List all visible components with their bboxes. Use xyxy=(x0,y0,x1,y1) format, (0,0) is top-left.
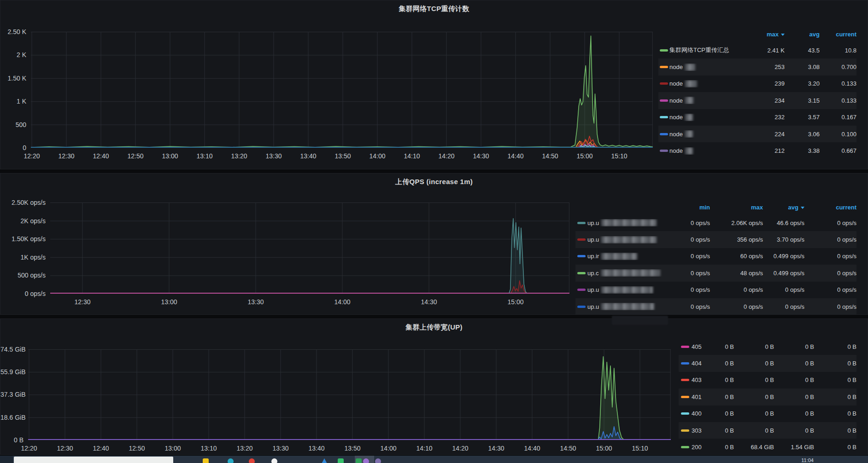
series-name[interactable]: up.u xyxy=(587,286,664,294)
x-axis-tick: 15:00 xyxy=(566,152,603,160)
y-axis-tick: 1K ops/s xyxy=(0,254,46,261)
x-axis-tick: 15:00 xyxy=(586,445,622,452)
legend-value: 0 ops/s xyxy=(664,220,710,226)
green-app-icon-2[interactable] xyxy=(356,458,362,463)
purple-app-icon-2[interactable] xyxy=(375,458,381,463)
series-name[interactable]: node xyxy=(669,147,743,155)
red-app-icon[interactable] xyxy=(249,458,255,463)
timeseries-chart[interactable] xyxy=(50,203,569,294)
legend-row[interactable]: node2343.150.133 xyxy=(658,92,856,109)
series-name[interactable]: 200 xyxy=(692,444,712,451)
legend-value: 48 ops/s xyxy=(710,270,763,277)
x-axis-tick: 15:00 xyxy=(497,298,534,306)
legend-value: 0 ops/s xyxy=(664,236,710,243)
legend-value: 0.100 xyxy=(820,131,856,138)
blue-app-icon[interactable] xyxy=(321,458,328,463)
legend-row[interactable]: 4000 B0 B0 B0 B xyxy=(679,405,856,422)
series-name[interactable]: 集群网络TCP重传汇总 xyxy=(669,46,743,54)
legend-value: 3.38 xyxy=(785,147,820,154)
legend-column-header-current[interactable]: current xyxy=(820,31,856,38)
legend-row[interactable]: 4050 B0 B0 B0 B xyxy=(679,343,856,355)
legend-column-header-avg[interactable]: avg xyxy=(763,204,804,211)
legend-column-header-max[interactable]: max xyxy=(743,31,785,38)
legend-column-header-current[interactable]: current xyxy=(804,204,856,211)
series-name[interactable]: up.ir xyxy=(587,253,664,260)
legend-row[interactable]: 2000 B68.4 GiB1.54 GiB0 B xyxy=(679,439,856,451)
x-axis-tick: 14:30 xyxy=(463,152,499,160)
legend-value: 60 ops/s xyxy=(710,253,763,260)
series-name[interactable]: up.c xyxy=(587,269,664,277)
series-name[interactable]: up.u xyxy=(587,303,664,310)
legend-row[interactable]: 集群网络TCP重传汇总2.41 K43.510.8 xyxy=(658,42,856,58)
legend-table: minmaxavgcurrentup.u0 ops/s2.06K ops/s46… xyxy=(575,200,856,315)
legend-row[interactable]: 3030 B0 B0 B0 B xyxy=(679,422,856,439)
series-name[interactable]: 404 xyxy=(692,360,712,367)
legend-row[interactable]: up.u0 ops/s0 ops/s0 ops/s0 ops/s xyxy=(575,282,856,298)
taskbar-clock[interactable]: 11:04 xyxy=(801,457,814,463)
legend-row[interactable]: up.u0 ops/s2.06K ops/s46.6 ops/s0 ops/s xyxy=(575,214,856,231)
y-axis-tick: 55.9 GiB xyxy=(0,368,23,376)
legend-value: 234 xyxy=(743,97,785,104)
y-axis-tick: 18.6 GiB xyxy=(0,414,23,421)
series-name[interactable]: node xyxy=(669,130,743,138)
series-name[interactable]: node xyxy=(669,97,743,104)
legend-row[interactable]: 4030 B0 B0 B0 B xyxy=(679,372,856,388)
timeseries-chart[interactable] xyxy=(31,32,653,148)
legend-row[interactable]: up.u0 ops/s356 ops/s3.70 ops/s0 ops/s xyxy=(575,231,856,248)
legend-row[interactable]: node2323.570.167 xyxy=(658,109,856,126)
taskbar-window-button[interactable] xyxy=(14,457,173,463)
legend-value: 0 B xyxy=(734,410,774,417)
series-name[interactable]: 405 xyxy=(692,343,712,350)
series-name[interactable]: 400 xyxy=(692,410,712,417)
series-name[interactable]: 401 xyxy=(692,394,712,400)
series-color-swatch-icon xyxy=(660,82,668,85)
legend-row[interactable]: up.c0 ops/s48 ops/s0.499 ops/s0 ops/s xyxy=(575,265,856,281)
teal-app-icon[interactable] xyxy=(228,458,234,463)
x-axis-tick: 13:50 xyxy=(334,445,371,452)
redaction-overlay xyxy=(612,316,668,325)
dashboard-screen: { "panels": [ { "title": "集群网络TCP重传计数", … xyxy=(0,0,868,463)
x-axis-tick: 12:50 xyxy=(118,445,155,452)
x-axis-tick: 14:00 xyxy=(359,152,396,160)
series-name[interactable]: up.u xyxy=(587,219,664,226)
panel-title[interactable]: 集群网络TCP重传计数 xyxy=(0,5,868,13)
legend-column-header-max[interactable]: max xyxy=(710,204,763,211)
green-app-icon[interactable] xyxy=(338,458,344,463)
purple-app-icon[interactable] xyxy=(363,458,369,463)
legend-row[interactable]: node2243.060.100 xyxy=(658,126,856,142)
series-name[interactable]: node xyxy=(669,80,743,87)
legend-row[interactable]: node2533.080.700 xyxy=(658,58,856,75)
x-axis-tick: 12:30 xyxy=(47,445,83,452)
x-axis-tick: 13:00 xyxy=(151,298,188,306)
series-name[interactable]: node xyxy=(669,64,743,71)
legend-row[interactable]: node2123.380.667 xyxy=(658,142,856,159)
panel-title[interactable]: 上传QPS (increase 1m) xyxy=(0,178,868,186)
yellow-app-icon[interactable] xyxy=(203,458,209,463)
redacted-name-blur xyxy=(601,253,637,260)
legend-column-header-avg[interactable]: avg xyxy=(785,31,820,38)
x-axis-tick: 13:30 xyxy=(255,152,292,160)
y-axis-tick: 2 K xyxy=(0,51,26,58)
x-axis-tick: 14:50 xyxy=(532,152,569,160)
legend-column-header-min[interactable]: min xyxy=(664,204,710,211)
legend-row[interactable]: 4010 B0 B0 B0 B xyxy=(679,388,856,405)
legend-row[interactable]: node2393.200.133 xyxy=(658,75,856,92)
legend-row[interactable]: up.u0 ops/s0 ops/s0 ops/s0 ops/s xyxy=(575,298,856,315)
timeseries-chart[interactable] xyxy=(28,349,671,440)
legend-value: 0 ops/s xyxy=(804,253,856,260)
white-app-icon[interactable] xyxy=(271,458,277,463)
series-name[interactable]: node xyxy=(669,114,743,121)
series-name[interactable]: 403 xyxy=(692,376,712,383)
x-axis-tick: 13:30 xyxy=(237,298,274,306)
x-axis-tick: 14:50 xyxy=(550,445,586,452)
legend-row[interactable]: up.ir0 ops/s60 ops/s0.499 ops/s0 ops/s xyxy=(575,248,856,265)
legend-value: 0.133 xyxy=(820,80,856,87)
redacted-name-blur xyxy=(685,80,697,87)
panel-title[interactable]: 集群上传带宽(UP) xyxy=(0,323,868,332)
legend-row[interactable]: 4040 B0 B0 B0 B xyxy=(679,355,856,371)
series-name[interactable]: 303 xyxy=(692,427,712,434)
legend-value: 0 B xyxy=(734,427,774,434)
series-name[interactable]: up.u xyxy=(587,236,664,243)
legend-value: 253 xyxy=(743,64,785,70)
legend-value: 356 ops/s xyxy=(710,236,763,243)
